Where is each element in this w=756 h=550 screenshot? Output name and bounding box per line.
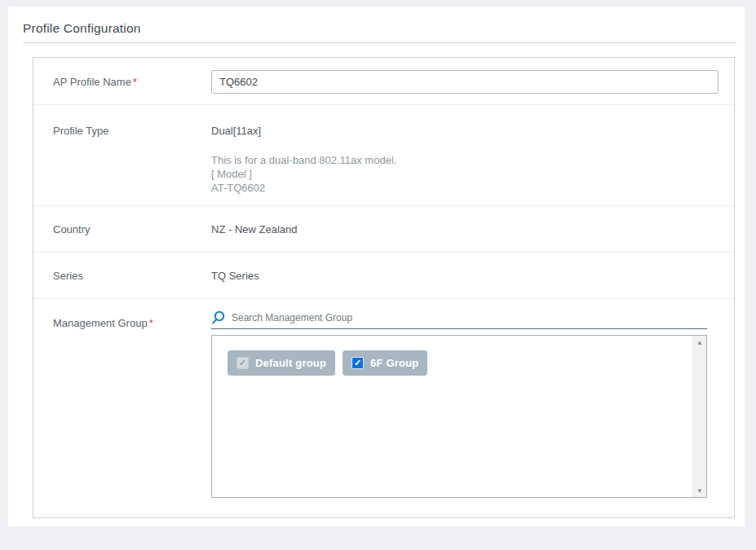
scroll-down-arrow-icon[interactable]: ▼: [693, 484, 706, 497]
required-asterisk: *: [149, 317, 153, 329]
row-management-group: Management Group* ✓ Default group ✓: [33, 299, 734, 517]
chip-default-group: ✓ Default group: [228, 350, 335, 376]
country-label: Country: [53, 223, 91, 235]
series-value: TQ Series: [211, 270, 259, 282]
profile-type-description: This is for a dual-band 802.11ax model. …: [211, 153, 396, 195]
profile-type-description-line: [ Model ]: [211, 167, 396, 181]
row-ap-profile-name: AP Profile Name*: [33, 58, 734, 105]
ap-profile-name-input[interactable]: [211, 70, 718, 94]
management-group-listbox[interactable]: ✓ Default group ✓ 6F Group ▲ ▼: [211, 335, 707, 498]
management-group-label-text: Management Group: [53, 317, 148, 329]
page-title: Profile Configuration: [23, 21, 141, 36]
ap-profile-name-label: AP Profile Name*: [53, 76, 137, 88]
country-value: NZ - New Zealand: [211, 223, 297, 235]
listbox-scrollbar[interactable]: ▲ ▼: [692, 336, 706, 497]
scroll-up-arrow-icon[interactable]: ▲: [693, 336, 706, 349]
content-panel: Profile Configuration AP Profile Name* P…: [8, 7, 745, 526]
search-icon: [211, 310, 226, 325]
management-group-search: [211, 307, 707, 329]
profile-type-value: Dual[11ax]: [211, 125, 261, 137]
row-profile-type: Profile Type Dual[11ax] This is for a du…: [33, 105, 734, 206]
management-group-label: Management Group*: [53, 317, 153, 329]
row-country: Country NZ - New Zealand: [33, 206, 734, 253]
title-divider: [23, 42, 736, 43]
ap-profile-name-label-text: AP Profile Name: [53, 76, 131, 88]
management-group-chips: ✓ Default group ✓ 6F Group: [228, 350, 427, 376]
profile-configuration-card: AP Profile Name* Profile Type Dual[11ax]…: [33, 57, 735, 518]
series-label: Series: [53, 270, 83, 282]
chip-label: Default group: [255, 357, 326, 369]
checkbox-checked-icon[interactable]: ✓: [351, 357, 364, 369]
profile-type-description-line: AT-TQ6602: [211, 181, 396, 195]
chip-6f-group[interactable]: ✓ 6F Group: [343, 350, 427, 376]
chip-label: 6F Group: [370, 357, 418, 369]
required-asterisk: *: [133, 76, 137, 88]
profile-type-description-line: This is for a dual-band 802.11ax model.: [211, 153, 396, 167]
row-series: Series TQ Series: [33, 253, 734, 299]
checkbox-checked-disabled-icon: ✓: [237, 357, 249, 369]
profile-type-label: Profile Type: [53, 125, 108, 137]
management-group-search-input[interactable]: [232, 312, 707, 323]
